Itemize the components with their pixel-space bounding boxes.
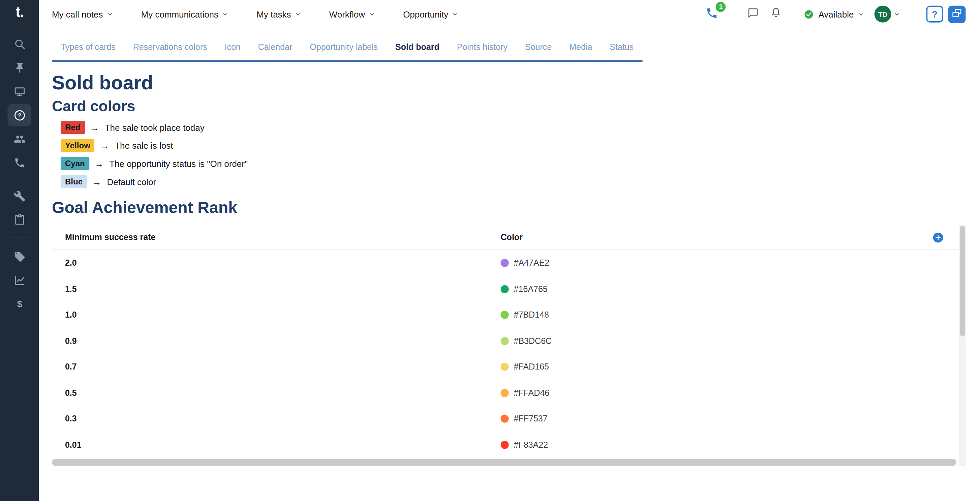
color-cell: #7BD148 (501, 310, 946, 320)
rate-value: 0.3 (65, 414, 501, 423)
color-hex: #B3DC6C (514, 336, 552, 346)
color-cell: #FAD165 (501, 362, 946, 372)
main-area: My call notes My communications My tasks… (39, 0, 980, 501)
help-button[interactable]: ? (926, 6, 943, 22)
color-dot (501, 363, 509, 371)
tab-reservations-colors[interactable]: Reservations colors (133, 43, 207, 52)
sidebar-item-calls[interactable] (7, 152, 31, 174)
sidebar-item-sales[interactable]: $ (7, 293, 31, 315)
menu-workflow[interactable]: Workflow (329, 9, 375, 19)
rate-value: 1.5 (65, 284, 501, 294)
card-color-row: Yellow → The sale is lost (60, 139, 980, 152)
color-dot (501, 389, 509, 397)
rate-value: 0.5 (65, 388, 501, 397)
sidebar-item-search[interactable] (7, 32, 31, 55)
sidebar-item-desktop[interactable] (7, 80, 31, 102)
table-row[interactable]: 0.3 #FF7537 (52, 406, 959, 432)
vertical-scrollbar-thumb[interactable] (960, 226, 965, 337)
table-row[interactable]: 0.01 #F83A22 (52, 432, 959, 458)
availability-dropdown[interactable]: Available (804, 9, 864, 19)
color-dot (501, 285, 509, 293)
notifications-button[interactable] (770, 7, 782, 21)
color-hex: #7BD148 (514, 310, 549, 320)
screen-share-button[interactable] (948, 5, 966, 23)
phone-icon (13, 157, 25, 169)
menu-label: My call notes (52, 9, 103, 19)
add-rank-button[interactable] (933, 233, 943, 243)
tab-media[interactable]: Media (569, 43, 592, 52)
check-circle-icon (804, 9, 814, 19)
sidebar-item-help[interactable]: ? (7, 104, 31, 126)
tab-types-of-cards[interactable]: Types of cards (60, 43, 116, 52)
color-description: The opportunity status is "On order" (109, 158, 248, 169)
call-count-badge: 1 (716, 2, 726, 12)
color-description: The sale is lost (115, 140, 173, 150)
chevron-down-icon (222, 11, 229, 17)
tab-sold-board[interactable]: Sold board (395, 43, 439, 52)
column-header-color: Color (501, 233, 946, 242)
card-colors-list: Red → The sale took place today Yellow →… (52, 121, 980, 188)
chat-button[interactable] (747, 7, 759, 21)
color-hex: #16A765 (514, 284, 547, 294)
calls-button[interactable]: 1 (706, 6, 719, 22)
color-cell: #FF7537 (501, 414, 946, 423)
table-row[interactable]: 1.0 #7BD148 (52, 302, 959, 328)
color-hex: #A47AE2 (514, 258, 549, 268)
table-header-row: Minimum success rate Color (52, 225, 959, 250)
tag-icon (13, 250, 25, 262)
tab-points-history[interactable]: Points history (457, 43, 508, 52)
menu-my-tasks[interactable]: My tasks (256, 9, 301, 19)
desktop-icon (13, 85, 25, 97)
card-colors-heading: Card colors (52, 97, 980, 115)
settings-tabs: Types of cards Reservations colors Icon … (52, 28, 642, 62)
screens-icon (951, 7, 963, 21)
sidebar-item-reports[interactable] (7, 269, 31, 291)
chevron-down-icon (107, 11, 113, 17)
color-cell: #A47AE2 (501, 258, 946, 268)
main-menus: My call notes My communications My tasks… (52, 9, 458, 19)
tab-calendar[interactable]: Calendar (258, 43, 293, 52)
color-dot (501, 311, 509, 319)
card-color-row: Cyan → The opportunity status is "On ord… (60, 157, 980, 170)
avatar: TD (875, 6, 891, 22)
goal-rank-table: Minimum success rate Color 2.0 #A47AE2 (52, 225, 966, 466)
tab-icon[interactable]: Icon (224, 43, 240, 52)
horizontal-scrollbar[interactable] (52, 459, 959, 466)
dollar-icon: $ (13, 298, 25, 310)
table-row[interactable]: 1.5 #16A765 (52, 276, 959, 302)
app-root: t. ? (0, 0, 980, 501)
table-row[interactable]: 2.0 #A47AE2 (52, 250, 959, 276)
content-area: Types of cards Reservations colors Icon … (39, 28, 980, 501)
table-row[interactable]: 0.5 #FFAD46 (52, 380, 959, 406)
sidebar-item-clipboard[interactable] (7, 208, 31, 231)
chat-icon (747, 7, 759, 21)
sidebar-item-pinned[interactable] (7, 56, 31, 79)
user-menu[interactable]: TD (875, 6, 900, 22)
sidebar-item-tags[interactable] (7, 245, 31, 268)
color-description: The sale took place today (105, 122, 205, 132)
bell-icon (770, 7, 782, 21)
menu-opportunity[interactable]: Opportunity (403, 9, 458, 19)
table-row[interactable]: 0.9 #B3DC6C (52, 328, 959, 354)
color-chip-blue: Blue (60, 175, 87, 188)
color-hex: #FF7537 (514, 414, 547, 423)
table-row[interactable]: 0.7 #FAD165 (52, 354, 959, 380)
sidebar-item-settings[interactable] (7, 184, 31, 207)
color-chip-red: Red (60, 121, 85, 134)
rate-value: 0.01 (65, 440, 501, 450)
card-color-row: Blue → Default color (60, 175, 980, 188)
sidebar-item-contacts[interactable] (7, 128, 31, 150)
help-icon: ? (13, 109, 25, 121)
tab-source[interactable]: Source (525, 43, 552, 52)
menu-my-call-notes[interactable]: My call notes (52, 9, 113, 19)
rate-value: 0.7 (65, 362, 501, 372)
tab-opportunity-labels[interactable]: Opportunity labels (310, 43, 378, 52)
goal-rank-table-inner: Minimum success rate Color 2.0 #A47AE2 (52, 225, 959, 466)
color-dot (501, 337, 509, 345)
tab-status[interactable]: Status (609, 43, 633, 52)
vertical-scrollbar[interactable] (959, 225, 966, 466)
svg-text:?: ? (18, 112, 21, 118)
arrow-right-icon: → (90, 122, 99, 132)
menu-my-communications[interactable]: My communications (141, 9, 229, 19)
horizontal-scrollbar-thumb[interactable] (52, 459, 956, 466)
